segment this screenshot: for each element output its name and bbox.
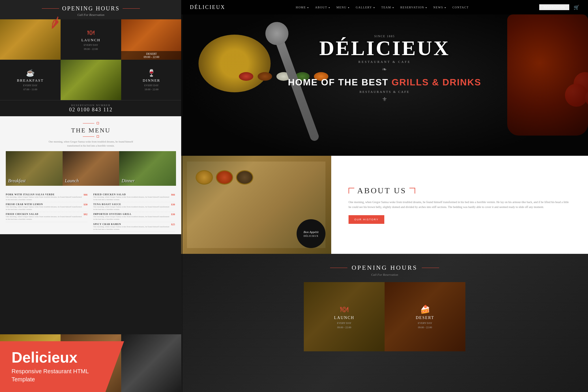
menu-item-1-price: $30 [84, 203, 88, 211]
nav-reservation[interactable]: RESERVATION [400, 6, 427, 9]
menu-item-2: FRIED CHICKEN SALAD One morning, when Gr… [6, 212, 87, 222]
about-section: Bon Appétit DÉLICIEUX ABOUT US One morni… [181, 156, 588, 254]
oh-line-right [422, 268, 439, 268]
nav-news[interactable]: NEWS [433, 6, 447, 9]
decorative-ornament-bottom: ⚜ [288, 96, 481, 103]
menu-item-0-price: $66 [84, 193, 88, 201]
oh-card-launch-overlay: 🍽 LAUNCH EVERY DAY 09:00 - 22:00 [304, 282, 385, 351]
menu-cat-dinner[interactable]: Dinner [119, 151, 176, 186]
desert-name: DESERT [146, 52, 157, 55]
menu-col-right: FRIED CHICKEN SALAD One morning, when Gr… [93, 192, 175, 232]
nav-gallery[interactable]: GALLERY [356, 6, 375, 9]
menu-cat-launch-label: Launch [65, 178, 79, 183]
launch-icon: 🍽 [87, 29, 94, 37]
dinner-hours: 18:00 - 22:00 [145, 88, 159, 91]
about-text: One morning, when Gregor Samsa woke from… [349, 200, 571, 209]
nav-reservation-btn[interactable]: RESERVATION [539, 4, 569, 10]
menu-cat-launch-img: Launch [63, 151, 119, 186]
menu-item-6-name: SPICY CRAB RAMEN [93, 223, 171, 226]
oh-right-title-section: OPENING HOURS Call For Reservation [181, 254, 588, 282]
hero-section: SINCE 1885 DÉLICIEUX RESTAURANT & CAFE ❧… [181, 0, 588, 164]
menu-item-0-name: PORK WITH ITALIAN SALSA VERDE [6, 193, 84, 196]
about-img-side: Bon Appétit DÉLICIEUX [181, 156, 331, 254]
oh-launch-time: EVERY DAY [337, 322, 351, 325]
hero-tagline: HOME OF THE BEST GRILLS & DRINKS [288, 77, 481, 88]
menu-item-3: FRIED CHICKEN SALAD One morning, when Gr… [93, 192, 175, 202]
menu-item-6: SPICY CRAB RAMEN One morning, when Grego… [93, 222, 175, 232]
menu-cat-grid: Breakfast Launch Dinner [6, 151, 176, 186]
menu-item-0-desc: One morning, when Gregor Samsa woke from… [6, 196, 84, 201]
oh-desert-hours: 09:00 - 22:00 [418, 326, 432, 329]
breakfast-time: EVERY DAY [23, 84, 38, 87]
oh-food-card-launch: 🍽 LAUNCH EVERY DAY 09:00 - 22:00 [304, 282, 385, 351]
right-panel: DÉLICIEUX HOME ABOUT MENU GALLERY TEAM R… [181, 0, 588, 392]
menu-cat-dinner-label: Dinner [121, 178, 134, 183]
oh-right-subtitle: Call For Reservation [181, 273, 588, 276]
spice-bowl [199, 35, 271, 92]
corner-bracket-tl [349, 188, 354, 194]
menu-item-5-price: $30 [171, 213, 175, 221]
menu-title-border [6, 122, 176, 124]
menu-cat-breakfast[interactable]: Breakfast [6, 151, 63, 186]
oh-food-card-desert: 🍰 DESERT EVERY DAY 09:00 - 22:00 [385, 282, 465, 351]
our-history-btn[interactable]: OUR HISTORY [349, 215, 384, 224]
nav-about[interactable]: ABOUT [315, 6, 331, 9]
menu-item-4-price: $30 [171, 203, 175, 211]
promo-subtitle: Responsive Restaurant HTML Template [12, 367, 113, 383]
panel-separator [182, 0, 182, 392]
hero-text: SINCE 1885 DÉLICIEUX RESTAURANT & CAFE ❧… [288, 35, 481, 103]
oh-desert-name: DESERT [416, 316, 434, 320]
about-bowl-1 [196, 170, 213, 185]
oh-launch-icon: 🍽 [340, 305, 348, 314]
opening-hours-top: OPENING HOURS Call For Reservation [0, 0, 182, 19]
oh-card-desert-overlay: 🍰 DESERT EVERY DAY 09:00 - 22:00 [385, 282, 465, 351]
menu-cat-launch[interactable]: Launch [63, 151, 119, 186]
menu-item-2-price: $92 [84, 213, 88, 221]
left-panel: OPENING HOURS Call For Reservation 🍽 LAU… [0, 0, 182, 392]
decorative-ornament-top: ❧ [288, 66, 481, 73]
bon-appetit-logo: DÉLICIEUX [304, 235, 319, 237]
launch-hours: 09:00 - 22:00 [84, 48, 98, 50]
food-cell-launch-info: 🍽 LAUNCH EVERY DAY 09:00 - 22:00 [61, 19, 121, 60]
oh-food-cards: 🍽 LAUNCH EVERY DAY 09:00 - 22:00 🍰 DESER… [181, 282, 588, 351]
oh-title-text: OPENING HOURS [62, 5, 120, 12]
nav-right: RESERVATION 🛒 [539, 4, 579, 10]
menu-item-1-name: FRESH CRAB WITH LEMON [6, 203, 84, 206]
nav-home[interactable]: HOME [296, 6, 309, 9]
menu-list-section: PORK WITH ITALIAN SALSA VERDE One mornin… [0, 190, 182, 234]
promo-title: Delicieux [12, 350, 113, 365]
menu-item-2-name: FRIED CHICKEN SALAD [6, 213, 84, 215]
about-spice-bowls [196, 170, 253, 185]
menu-item-5: IMPORTED OYSTERS GRILL One morning, when… [93, 212, 175, 222]
nav-team[interactable]: TEAM [381, 6, 394, 9]
food-grid-top: 🍽 LAUNCH EVERY DAY 09:00 - 22:00 DESERT … [0, 19, 182, 60]
dinner-icon: 🍷 [147, 69, 156, 77]
bon-appetit-badge: Bon Appétit DÉLICIEUX [297, 219, 325, 248]
spice-red [239, 72, 253, 81]
about-content: ABOUT US One morning, when Gregor Samsa … [331, 175, 588, 235]
nav-links: HOME ABOUT MENU GALLERY TEAM RESERVATION… [296, 6, 469, 9]
nav-menu[interactable]: MENU [336, 6, 350, 9]
oh-line-left [330, 268, 347, 268]
promo-banner: Delicieux Responsive Restaurant HTML Tem… [0, 341, 124, 392]
menu-cat-dinner-img: Dinner [119, 151, 176, 186]
menu-title-border-bottom [6, 135, 176, 138]
menu-item-0: PORK WITH ITALIAN SALSA VERDE One mornin… [6, 192, 87, 202]
food-cell-desert-img: DESERT 09:00 - 22:00 [121, 19, 182, 60]
nav-contact[interactable]: CONTACT [452, 6, 469, 9]
spice-brown [258, 72, 272, 81]
cart-icon[interactable]: 🛒 [574, 5, 579, 10]
dinner-name: DINNER [143, 78, 160, 83]
launch-name: LAUNCH [81, 38, 100, 42]
oh-launch-hours: 09:00 - 22:00 [337, 326, 351, 329]
oh-launch-name: LAUNCH [334, 316, 354, 320]
food-cell-dinner-info: 🍷 DINNER EVERY DAY 18:00 - 22:00 [121, 60, 182, 100]
opening-hours-right: OPENING HOURS Call For Reservation 🍽 LAU… [181, 254, 588, 392]
menu-item-6-price: $25 [171, 223, 175, 231]
oh-title: OPENING HOURS [0, 5, 182, 12]
menu-item-3-price: $66 [171, 193, 175, 201]
jar-visual [507, 14, 588, 136]
oh-subtitle: Call For Reservation [0, 13, 182, 16]
menu-col-left: PORK WITH ITALIAN SALSA VERDE One mornin… [6, 192, 87, 232]
menu-section: THE MENU One morning, when Gregor Samsa … [0, 116, 182, 190]
